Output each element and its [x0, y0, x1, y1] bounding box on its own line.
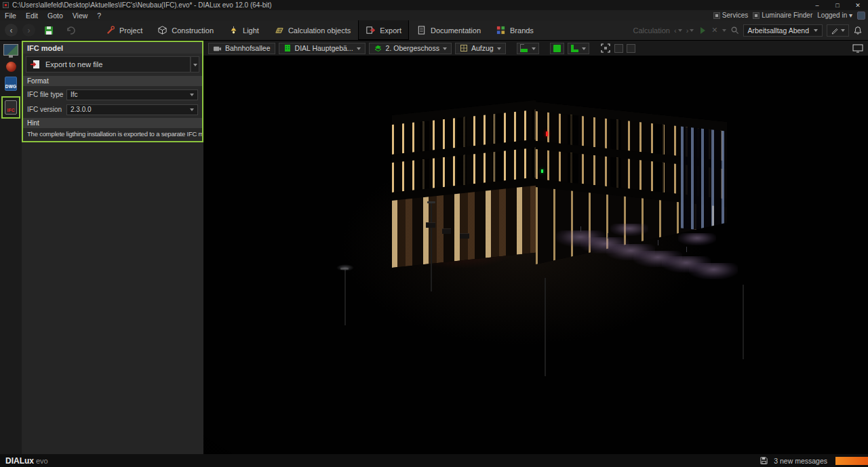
dwg-export-icon[interactable]: DWG	[5, 77, 17, 91]
documentation-icon	[416, 25, 427, 35]
search-icon[interactable]	[730, 26, 739, 35]
chevron-down-icon	[357, 47, 361, 52]
tab-brands[interactable]: Brands	[488, 20, 541, 40]
titlebar: C:\Users\allefeld\Desktop\Aktuelles\IFC'…	[0, 0, 868, 10]
tab-light[interactable]: Light	[221, 20, 267, 40]
light-scene-select[interactable]: Arbeitsalltag Abend	[743, 24, 823, 37]
cancel-calculation-icon[interactable]: ✕	[711, 26, 717, 35]
chevron-down-icon	[190, 108, 194, 113]
solid-view-icon	[553, 45, 561, 52]
hint-section-header: Hint	[23, 118, 202, 128]
left-panel-column: IFC model Export to new file Format IFC …	[22, 41, 203, 454]
chevron-down-icon	[443, 47, 447, 52]
solid-view-button[interactable]	[550, 43, 564, 54]
ifc-file-type-select[interactable]: Ifc	[66, 89, 198, 100]
menu-edit[interactable]: Edit	[21, 12, 43, 20]
site-button[interactable]: Bahnhofsallee	[208, 43, 275, 54]
chevron-down-icon	[190, 94, 194, 98]
storey-icon	[374, 44, 382, 52]
tab-project[interactable]: Project	[98, 20, 150, 40]
export-tools-sidebar: DWG IFC	[0, 41, 22, 454]
construction-icon	[157, 25, 167, 35]
viewport: Bahnhofsallee DIAL Hauptgebä... 2. Oberg…	[203, 41, 868, 454]
menubar: File Edit Goto View ? Services Luminaire…	[0, 10, 868, 20]
light-icon	[229, 25, 239, 35]
ifc-export-icon[interactable]: IFC	[5, 100, 17, 115]
luminaire-finder-icon	[753, 12, 760, 19]
view-mode-button[interactable]	[517, 43, 539, 54]
format-section-header: Format	[23, 76, 202, 86]
view-option-icon[interactable]	[627, 44, 635, 53]
fullscreen-monitor-icon[interactable]	[852, 44, 863, 53]
messages-progress-bar[interactable]	[835, 457, 868, 465]
render-vignette	[203, 56, 868, 454]
new-messages-label[interactable]: 3 new messages	[774, 457, 827, 465]
ifc-version-select[interactable]: 2.3.0.0	[66, 104, 198, 115]
export-options-dropdown[interactable]	[191, 56, 199, 73]
export-icon	[366, 25, 376, 35]
chevron-down-icon	[193, 64, 197, 68]
zoom-to-fit-icon[interactable]	[600, 43, 611, 54]
ifc-model-panel: IFC model Export to new file Format IFC …	[22, 41, 203, 142]
panel-title: IFC model	[23, 42, 202, 54]
edit-scene-button[interactable]	[827, 24, 849, 37]
menu-file[interactable]: File	[0, 12, 21, 20]
services-link[interactable]: Services	[713, 12, 748, 19]
brands-icon	[496, 25, 506, 35]
messages-disk-icon[interactable]	[760, 456, 768, 465]
room-select[interactable]: Aufzug	[455, 43, 506, 54]
app-icon	[3, 2, 9, 8]
image-export-icon[interactable]	[3, 44, 18, 56]
forward-button[interactable]: ›	[22, 24, 35, 37]
save-icon[interactable]	[41, 23, 57, 38]
viewport-toolbar: Bahnhofsallee DIAL Hauptgebä... 2. Oberg…	[203, 41, 868, 56]
building-icon	[283, 44, 292, 52]
statusbar: DIALux evo 3 new messages	[0, 454, 868, 467]
user-avatar[interactable]	[857, 12, 865, 20]
maximize-button[interactable]: □	[827, 0, 848, 10]
chevron-down-icon	[497, 47, 501, 52]
menu-help[interactable]: ?	[92, 12, 106, 20]
tab-construction[interactable]: Construction	[150, 20, 221, 40]
prev-result-button[interactable]: ‹	[674, 26, 682, 35]
tab-calculation-objects[interactable]: Calculation objects	[267, 20, 358, 40]
menu-goto[interactable]: Goto	[43, 12, 68, 20]
close-button[interactable]: ✕	[848, 0, 868, 10]
wireframe-view-icon	[571, 45, 578, 52]
pen-icon	[831, 26, 839, 35]
view-option-icon[interactable]	[614, 44, 623, 53]
chevron-down-icon	[532, 47, 536, 52]
minimize-button[interactable]: –	[807, 0, 827, 10]
chevron-down-icon[interactable]	[722, 29, 726, 34]
back-button[interactable]: ‹	[5, 24, 18, 37]
storey-select[interactable]: 2. Obergeschoss	[369, 43, 452, 54]
chevron-down-icon	[814, 29, 818, 34]
dialux-logo: DIALux	[5, 456, 34, 466]
calculation-button[interactable]: Calculation	[633, 26, 670, 35]
o2c-export-icon[interactable]	[6, 62, 16, 72]
building-select[interactable]: DIAL Hauptgebä...	[279, 43, 366, 54]
start-calculation-icon[interactable]	[698, 26, 707, 35]
render-3d-scene[interactable]	[203, 56, 868, 454]
luminaire-finder-link[interactable]: Luminaire Finder	[753, 12, 812, 19]
next-result-button[interactable]: ›	[686, 26, 694, 35]
tab-export[interactable]: Export	[358, 20, 409, 40]
ifc-file-type-label: IFC file type	[27, 91, 66, 98]
chevron-down-icon	[690, 29, 694, 34]
window-title: C:\Users\allefeld\Desktop\Aktuelles\IFC'…	[12, 1, 272, 9]
camera-icon	[213, 45, 222, 52]
ifc-version-label: IFC version	[27, 106, 66, 113]
ifc-export-highlight: IFC	[1, 96, 20, 119]
tab-documentation[interactable]: Documentation	[409, 20, 488, 40]
undo-icon[interactable]	[62, 23, 79, 38]
main-toolbar: ‹ › Project Construction Light	[0, 20, 868, 41]
chevron-down-icon	[582, 47, 586, 52]
menu-view[interactable]: View	[68, 12, 93, 20]
room-icon	[460, 44, 468, 52]
export-to-new-file-button[interactable]: Export to new file	[26, 56, 191, 73]
chevron-down-icon	[678, 29, 682, 34]
notifications-bell-icon[interactable]	[853, 26, 863, 35]
logged-in-menu[interactable]: Logged in ▾	[817, 12, 852, 19]
wireframe-view-button[interactable]	[568, 43, 589, 54]
dialux-logo-suffix: evo	[36, 457, 48, 465]
